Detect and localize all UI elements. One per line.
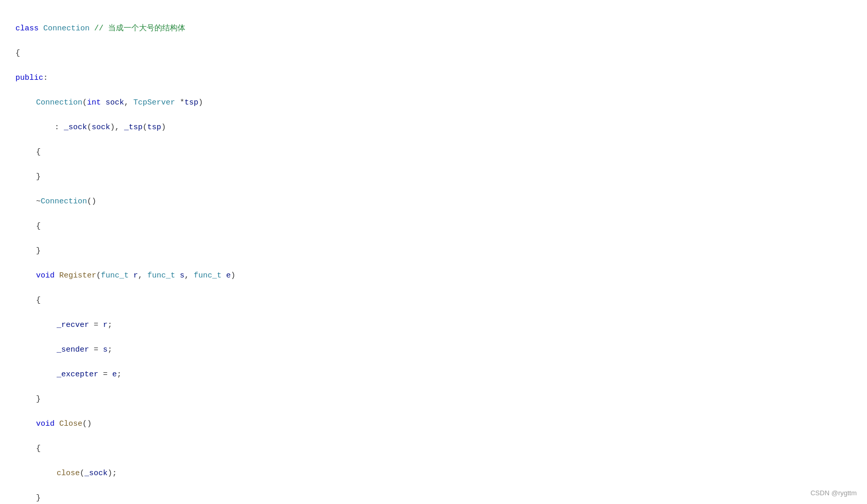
code-line-20: } <box>15 492 852 504</box>
code-line-17: void Close() <box>15 418 852 430</box>
code-line-6: { <box>15 146 852 159</box>
code-line-14: _sender = s; <box>15 344 852 356</box>
code-line-8: ~Connection() <box>15 196 852 208</box>
code-line-3: public: <box>15 72 852 84</box>
code-line-11: void Register(func_t r, func_t s, func_t… <box>15 270 852 282</box>
code-line-13: _recver = r; <box>15 319 852 332</box>
watermark: CSDN @rygttm <box>810 488 857 499</box>
code-line-10: } <box>15 245 852 257</box>
code-line-1: class Connection // 当成一个大号的结构体 <box>15 23 852 35</box>
code-line-7: } <box>15 171 852 183</box>
code-editor: class Connection // 当成一个大号的结构体 { public:… <box>0 0 867 504</box>
code-line-15: _excepter = e; <box>15 369 852 381</box>
code-line-9: { <box>15 220 852 233</box>
code-line-5: : _sock(sock), _tsp(tsp) <box>15 121 852 134</box>
code-line-2: { <box>15 47 852 60</box>
code-line-19: close(_sock); <box>15 467 852 480</box>
code-line-18: { <box>15 443 852 455</box>
code-line-16: } <box>15 393 852 406</box>
code-line-12: { <box>15 294 852 307</box>
code-line-4: Connection(int sock, TcpServer *tsp) <box>15 97 852 109</box>
